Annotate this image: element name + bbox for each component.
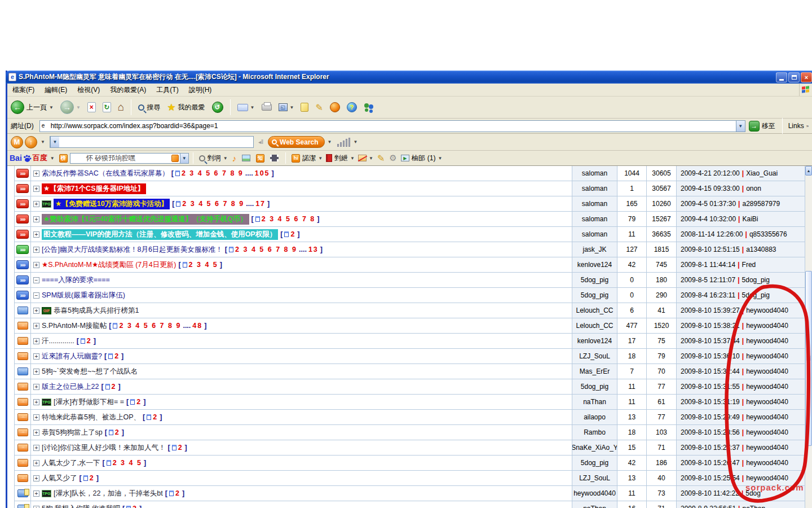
thread-title-link[interactable]: ====入隊的要求==== [42, 275, 110, 285]
last-poster-link[interactable]: heywood4040 [746, 383, 788, 391]
last-poster-link[interactable]: heywood4040 [746, 459, 788, 467]
page-numbers[interactable]: 2 [290, 230, 295, 238]
baidu-music-button[interactable]: ♪ [230, 148, 240, 168]
last-poster-link[interactable]: Fred [742, 261, 756, 269]
web-app-button[interactable] [326, 98, 343, 117]
page-numbers[interactable]: 2 [178, 444, 183, 452]
menu-help[interactable]: 說明(H) [184, 84, 217, 97]
thread-author-link[interactable]: 5dog_pig [581, 459, 608, 467]
favorites-button[interactable]: ★ 我的最愛 [164, 98, 208, 117]
expand-toggle[interactable]: + [33, 430, 39, 436]
thread-title-link[interactable]: 版主之位已换上22 [42, 382, 99, 392]
last-poster-link[interactable]: heywood4040 [746, 428, 788, 436]
baidu-search-input[interactable]: 怀 矽猤邘垧腔嘿 [70, 153, 180, 164]
thread-title-link[interactable]: 汗............. [42, 336, 74, 346]
baidu-search-button[interactable]: 剉坰 ▼ [197, 151, 230, 165]
msn-search-input[interactable]: ▼ [50, 136, 254, 148]
baidu-logo-dropdown-icon[interactable]: ▼ [50, 156, 55, 161]
expand-toggle[interactable]: − [33, 292, 39, 299]
baidu-bang-icon[interactable]: 榜 [59, 154, 68, 163]
last-poster-link[interactable]: heywood4040 [746, 413, 788, 421]
expand-toggle[interactable]: + [33, 338, 39, 344]
thread-title-link[interactable]: ★【索沛71个CS服务器IP地址】 [42, 183, 146, 194]
thread-title-link[interactable]: S.PhAntoM-M接龍帖 [42, 321, 107, 331]
print-button[interactable] [258, 98, 275, 117]
thread-author-link[interactable]: Mas_ErEr [580, 367, 610, 375]
thread-author-link[interactable]: 5dog_pig [581, 276, 608, 284]
hi-dropdown-icon[interactable]: ▼ [318, 156, 323, 161]
expand-toggle[interactable]: + [33, 445, 39, 451]
page-numbers[interactable]: 2 3 4 5 6 7 8 9 [182, 169, 244, 177]
links-label[interactable]: Links [786, 122, 806, 130]
last-poster-link[interactable]: 5dog_pig [742, 291, 770, 299]
address-dropdown-button[interactable]: ▼ [736, 121, 745, 132]
page-last-number[interactable]: 105 [255, 169, 270, 177]
page-numbers[interactable]: 2 [112, 383, 117, 391]
title-bar[interactable]: e S.PhAntoM-M隐型幽灵军 意味着幽灵军在秘密行动 在无....[索沛… [6, 71, 812, 84]
page-links[interactable]: [ 2 ] [280, 230, 299, 238]
last-poster-link[interactable]: heywood4040 [746, 398, 788, 406]
help-globe-button[interactable]: ? [343, 98, 360, 117]
expand-toggle[interactable]: + [33, 247, 39, 253]
thread-author-link[interactable]: naThan [583, 398, 606, 406]
expand-toggle[interactable]: + [33, 399, 39, 405]
signal-dropdown-icon[interactable]: ▼ [353, 139, 358, 144]
expand-toggle[interactable]: + [33, 308, 39, 314]
popup-blocker-button[interactable]: ▼ [356, 148, 375, 168]
go-button[interactable]: → 移至 [745, 116, 779, 135]
last-poster-link[interactable]: heywood4040 [746, 306, 788, 314]
expand-toggle[interactable]: + [33, 506, 39, 508]
expand-toggle[interactable]: + [33, 414, 39, 421]
thread-title-link[interactable]: SPM版規(嚴重者踢出隊伍) [42, 291, 125, 300]
favorites-dropdown-icon[interactable]: ▼ [350, 156, 355, 161]
thread-author-link[interactable]: kenlove124 [577, 337, 612, 345]
last-poster-link[interactable]: heywood4040 [746, 444, 788, 452]
page-numbers[interactable]: 2 [114, 352, 120, 360]
menu-favorites[interactable]: 我的最愛(A) [105, 84, 151, 97]
menu-edit[interactable]: 編輯(E) [39, 84, 72, 97]
page-numbers[interactable]: 2 3 4 5 6 7 8 9 [119, 322, 181, 330]
page-numbers[interactable]: 2 [115, 428, 120, 436]
highlight-button[interactable]: ✎ [375, 148, 387, 168]
page-links[interactable]: [ 2 3 4 5 ] [102, 459, 146, 467]
last-poster-link[interactable]: heywood4040 [746, 322, 788, 330]
last-poster-link[interactable]: naThan [742, 505, 765, 508]
resize-button[interactable]: ◱ ▼ [275, 98, 298, 117]
page-links[interactable]: [ 2 ] [101, 383, 120, 391]
thread-author-link[interactable]: ailaopo [584, 413, 606, 421]
baidu-zhidao-button[interactable]: 知 [253, 148, 267, 168]
page-links[interactable]: [ 2 3 4 5 6 7 8 9 .... 17 ] [172, 200, 270, 208]
expand-toggle[interactable]: + [33, 491, 39, 497]
last-poster-link[interactable]: heywood4040 [746, 474, 788, 482]
thread-author-link[interactable]: LZJ_SouL [579, 474, 610, 482]
settings-button[interactable]: ⚙ [387, 148, 399, 168]
stop-button[interactable]: × [84, 98, 99, 117]
expand-toggle[interactable]: − [33, 277, 39, 283]
signal-bars-icon[interactable] [337, 138, 350, 147]
page-links[interactable]: [ 2 ] [122, 505, 142, 508]
thread-author-link[interactable]: jask_JK [582, 246, 606, 253]
mail-dropdown-icon[interactable]: ▼ [250, 105, 255, 110]
popup-dropdown-icon[interactable]: ▼ [369, 156, 373, 161]
page-links[interactable]: [ 2 3 4 5 6 7 8 9 .... 105 ] [171, 169, 274, 177]
page-last-number[interactable]: 13 [308, 246, 319, 253]
web-search-dropdown-icon[interactable]: ▼ [328, 139, 332, 144]
notes-button[interactable] [297, 98, 312, 117]
expand-toggle[interactable]: + [33, 231, 39, 238]
page-numbers[interactable]: 2 [153, 413, 158, 421]
vertical-scrollbar[interactable]: ▲ [805, 166, 812, 508]
thread-author-link[interactable]: naThan [583, 505, 606, 508]
page-links[interactable]: [ 2 ] [77, 337, 96, 345]
thread-title-link[interactable]: 恭賀5狗狗當上了sp [42, 428, 103, 437]
last-poster-link[interactable]: a289587979 [742, 200, 780, 208]
thread-author-link[interactable]: 5dog_pig [581, 383, 608, 391]
links-chevron-icon[interactable]: » [806, 124, 809, 129]
rss-icon[interactable] [171, 155, 179, 162]
expand-toggle[interactable]: + [33, 216, 39, 222]
page-links[interactable]: [ 2 3 4 5 6 7 8 9 .... 13 ] [225, 246, 323, 253]
last-poster-link[interactable]: a1340883 [746, 246, 776, 253]
thread-title-link[interactable]: ★S.PhAntoM-M★战绩獎勵區 (7月4日更新) [42, 260, 176, 270]
last-poster-link[interactable]: onon [746, 185, 761, 192]
thread-author-link[interactable]: LZJ_SouL [579, 352, 610, 360]
home-button[interactable]: ⌂ [114, 98, 127, 117]
